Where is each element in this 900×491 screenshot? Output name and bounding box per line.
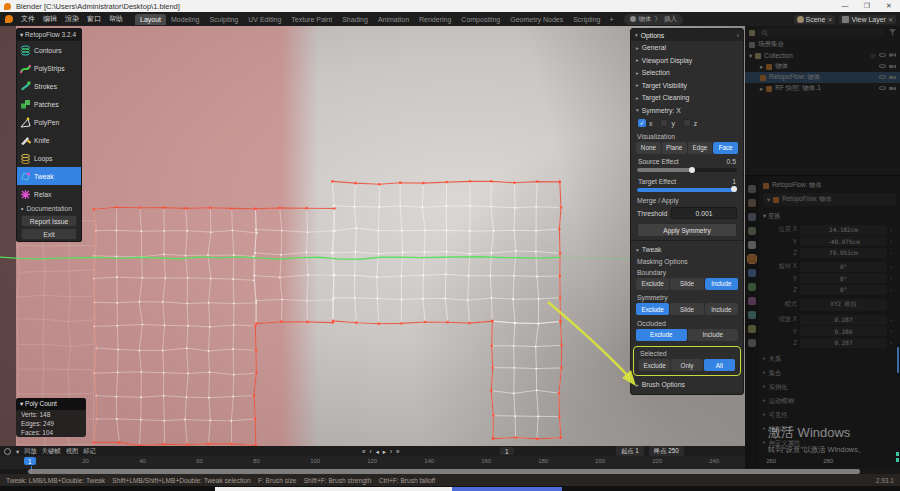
symmetry-include-button[interactable]: Include	[705, 303, 738, 315]
tab-scripting[interactable]: Scripting	[568, 14, 605, 25]
menu-edit[interactable]: 编辑	[39, 14, 61, 24]
section-symmetry-x[interactable]: ▾Symmetry: X	[631, 104, 743, 117]
jump-end-button[interactable]: »	[396, 448, 400, 455]
occluded-include-button[interactable]: Include	[688, 329, 739, 341]
minimize-button[interactable]: —	[834, 2, 856, 10]
transform-section[interactable]: ▾ 变换	[763, 210, 896, 223]
documentation-link[interactable]: •Documentation	[17, 203, 81, 214]
tab-rendering[interactable]: Rendering	[414, 14, 456, 25]
timeline-ruler[interactable]: 1 20406080100120140160180200220240260280	[0, 456, 745, 469]
play-reverse-button[interactable]: ◂	[376, 448, 379, 455]
boundary-exclude-button[interactable]: Exclude	[636, 278, 669, 290]
outliner-row-object[interactable]: ▸ 物体	[745, 61, 900, 72]
exit-button[interactable]: Exit	[21, 228, 77, 240]
camera-icon[interactable]	[889, 53, 896, 58]
tool-knife[interactable]: Knife	[17, 131, 81, 149]
section-target-cleaning[interactable]: ▸Target Cleaning	[631, 91, 743, 104]
properties-tab-icon[interactable]	[748, 311, 756, 319]
scene-selector[interactable]: Scene ✕	[794, 15, 836, 24]
outliner-mode-icon[interactable]	[749, 30, 755, 36]
tool-polypen[interactable]: PolyPen	[17, 113, 81, 131]
symmetry-exclude-button[interactable]: Exclude	[636, 303, 669, 315]
apply-symmetry-button[interactable]: Apply Symmetry	[637, 223, 737, 237]
symmetry-slide-button[interactable]: Slide	[670, 303, 703, 315]
section-brush-options[interactable]: ▸Brush Options	[631, 378, 743, 391]
add-workspace-button[interactable]: +	[605, 16, 617, 23]
rotation-x-field[interactable]: 0°	[800, 262, 887, 272]
tool-tweak[interactable]: Tweak	[17, 167, 81, 185]
eye-icon[interactable]	[879, 64, 886, 68]
outliner-row-retopoflow[interactable]: RetopoFlow: 物体	[745, 72, 900, 83]
panel-collapse-icon[interactable]: ‹	[737, 32, 739, 39]
tab-layout[interactable]: Layout	[135, 14, 166, 25]
selected-only-button[interactable]: Only	[671, 359, 702, 371]
tool-patches[interactable]: Patches	[17, 95, 81, 113]
properties-tab-icon[interactable]	[748, 241, 756, 249]
tool-loops[interactable]: Loops	[17, 149, 81, 167]
outliner-row-collection[interactable]: ▾ Collection	[745, 50, 900, 61]
menu-marker[interactable]: 标记	[83, 447, 96, 456]
boundary-include-button[interactable]: Include	[705, 278, 738, 290]
properties-scrollbar[interactable]	[897, 347, 899, 373]
eye-icon[interactable]	[879, 86, 886, 90]
axis-x-checkbox[interactable]: ✓x	[638, 119, 652, 127]
frame-end-field[interactable]: 终点 250	[649, 446, 684, 456]
tab-shading[interactable]: Shading	[337, 14, 373, 25]
frame-start-field[interactable]: 起点 1	[616, 446, 644, 456]
view-layer-selector[interactable]: View Layer ✕	[839, 15, 896, 24]
outliner-search-input[interactable]	[758, 28, 886, 37]
outliner-row-scene-collection[interactable]: 场景集合	[745, 39, 900, 50]
axis-y-checkbox[interactable]: y	[660, 119, 674, 127]
occluded-exclude-button[interactable]: Exclude	[636, 329, 687, 341]
blender-menu-icon[interactable]	[5, 15, 13, 23]
current-frame-badge[interactable]: 1	[24, 457, 36, 465]
menu-window[interactable]: 窗口	[83, 14, 105, 24]
rotation-y-field[interactable]: 0°	[800, 273, 887, 283]
vis-none-button[interactable]: None	[636, 142, 661, 154]
tab-geometry-nodes[interactable]: Geometry Nodes	[505, 14, 568, 25]
tool-contours[interactable]: Contours	[17, 41, 81, 59]
poly-count-header[interactable]: ▾ Poly Count	[16, 398, 86, 410]
camera-icon[interactable]	[889, 75, 896, 80]
rotation-z-field[interactable]: 0°	[800, 285, 887, 295]
tab-texture-paint[interactable]: Texture Paint	[286, 14, 337, 25]
tool-polystrips[interactable]: PolyStrips	[17, 59, 81, 77]
collection-checkbox[interactable]	[870, 53, 876, 59]
menu-help[interactable]: 帮助	[105, 14, 127, 24]
report-issue-button[interactable]: Report Issue	[21, 215, 77, 227]
rotation-mode-select[interactable]: XYZ 欧拉	[800, 299, 887, 311]
location-x-field[interactable]: 24.182cm	[800, 225, 887, 235]
tool-relax[interactable]: Relax	[17, 185, 81, 203]
tool-strokes[interactable]: Strokes	[17, 77, 81, 95]
view-layer-unlink-icon[interactable]: ✕	[888, 16, 893, 23]
properties-tab-icon[interactable]	[748, 269, 756, 277]
section-visibility[interactable]: ▸可见性	[763, 409, 896, 423]
section-motion-blur[interactable]: ▸运动模糊	[763, 395, 896, 409]
section-general[interactable]: ▸General	[631, 41, 743, 54]
section-relations[interactable]: ▸关系	[763, 353, 896, 367]
vis-plane-button[interactable]: Plane	[662, 142, 687, 154]
retopoflow-header[interactable]: ▾ RetopoFlow 3.2.4	[17, 29, 81, 41]
menu-file[interactable]: 文件	[17, 14, 39, 24]
location-y-field[interactable]: -40.975cm	[800, 236, 887, 246]
section-target-visibility[interactable]: ▸Target Visibility	[631, 79, 743, 92]
properties-tab-icon[interactable]	[748, 325, 756, 333]
selected-exclude-button[interactable]: Exclude	[639, 359, 670, 371]
scale-x-field[interactable]: 0.287	[800, 315, 887, 325]
options-header[interactable]: ▾Options‹	[631, 29, 743, 41]
target-effect-slider[interactable]	[637, 188, 737, 192]
filter-icon[interactable]	[889, 29, 896, 36]
scale-z-field[interactable]: 0.287	[800, 338, 887, 348]
tab-uv-editing[interactable]: UV Editing	[243, 14, 286, 25]
properties-tab-icon[interactable]	[748, 283, 756, 291]
prev-keyframe-button[interactable]: ‹	[370, 448, 372, 455]
next-keyframe-button[interactable]: ›	[390, 448, 392, 455]
boundary-slide-button[interactable]: Slide	[670, 278, 703, 290]
section-viewport-display[interactable]: ▸Viewport Display	[631, 54, 743, 67]
vis-edge-button[interactable]: Edge	[688, 142, 713, 154]
properties-tab-icon[interactable]	[748, 227, 756, 235]
section-instancing[interactable]: ▸实例化	[763, 381, 896, 395]
eye-icon[interactable]	[879, 75, 886, 79]
timeline-editor-type-icon[interactable]	[4, 448, 11, 455]
eye-icon[interactable]	[879, 53, 886, 57]
